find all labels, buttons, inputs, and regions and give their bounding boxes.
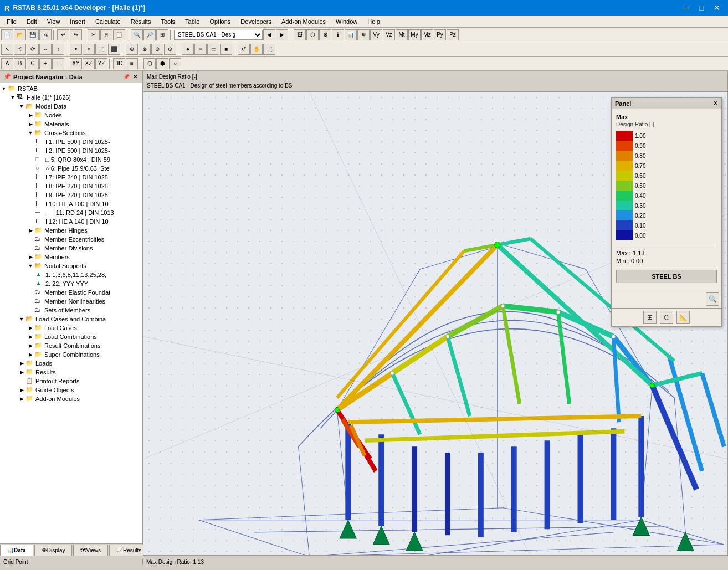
tree-cs2[interactable]: I I 2: IPE 500 | DIN 1025- (0, 146, 142, 155)
menu-options[interactable]: Options (205, 17, 235, 26)
tree-cs9[interactable]: I I 9: IPE 220 | DIN 1025- (0, 191, 142, 199)
tb3-hide[interactable]: ○ (169, 58, 181, 69)
tree-member-nonlinearities[interactable]: 🗂 Member Nonlinearities (0, 297, 142, 306)
tb3-solid-render[interactable]: ⬢ (156, 58, 168, 69)
tree-addon-modules[interactable]: ▶ 📁 Add-on Modules (0, 394, 142, 403)
tree-cs6[interactable]: ○ ○ 6: Pipe 15.9/0.63; Ste (0, 164, 142, 173)
tree-project[interactable]: ▼ 🏗 Halle (1)* [1626] (0, 93, 142, 102)
tb-mz[interactable]: Mz (421, 29, 433, 40)
tb3-3[interactable]: C (27, 58, 39, 69)
tb-my[interactable]: My (408, 29, 421, 40)
tree-materials[interactable]: ▶ 📁 Materials (0, 120, 142, 129)
3d-canvas[interactable]: Panel ✕ Max Design Ratio [-] 1.000.900.8… (143, 92, 727, 556)
tb2-9[interactable]: ⬛ (108, 44, 120, 55)
panel-zoom-icon-button[interactable]: 🔍 (706, 292, 719, 306)
tb-print[interactable]: 🖨 (39, 29, 52, 40)
maximize-button[interactable]: □ (695, 1, 708, 14)
menu-tools[interactable]: Tools (156, 17, 180, 26)
nav-header-right[interactable]: 📌 ✕ (122, 73, 139, 81)
panel-steel-bs-button[interactable]: STEEL BS (616, 270, 717, 283)
panel-close-button[interactable]: ✕ (713, 100, 718, 107)
toggle-icon[interactable]: ▶ (18, 360, 25, 367)
tree-nodal-supports[interactable]: ▼ 📂 Nodal Supports (0, 261, 142, 270)
menu-help[interactable]: Help (363, 17, 384, 26)
tb2-1[interactable]: ↖ (1, 44, 13, 55)
nav-tree[interactable]: ▼ 📁 RSTAB ▼ 🏗 Halle (1)* [1626] ▼ 📂 (0, 83, 142, 543)
tb-redo[interactable]: ↪ (70, 29, 82, 40)
tree-cross-sections[interactable]: ▼ 📂 Cross-Sections (0, 129, 142, 137)
toggle-icon[interactable]: ▶ (27, 342, 34, 350)
tree-results[interactable]: ▶ 📁 Results (0, 368, 142, 377)
menu-insert[interactable]: Insert (65, 17, 90, 26)
tree-cs5[interactable]: □ □ 5: QRO 80x4 | DIN 59 (0, 155, 142, 164)
tb2-5[interactable]: ↕ (52, 44, 64, 55)
tb-undo[interactable]: ↩ (57, 29, 69, 40)
tb3-persp[interactable]: 3D (113, 58, 125, 69)
close-button[interactable]: ✕ (710, 1, 724, 14)
tree-cs7[interactable]: I I 7: IPE 240 | DIN 1025- (0, 173, 142, 182)
panel-angle-icon-button[interactable]: 📐 (676, 311, 690, 324)
tab-views[interactable]: 🗺 Views (73, 545, 108, 556)
tb-zoom-all[interactable]: ⊞ (156, 29, 168, 40)
panel-grid-icon-button[interactable]: ⊞ (643, 311, 657, 324)
toggle-icon[interactable]: ▼ (27, 129, 34, 137)
tree-load-cases[interactable]: ▶ 📁 Load Cases (0, 323, 142, 332)
toggle-icon[interactable]: ▼ (27, 262, 34, 270)
tb-vz[interactable]: Vz (383, 29, 395, 40)
toggle-icon[interactable]: ▼ (9, 94, 17, 101)
menu-edit[interactable]: Edit (22, 17, 42, 26)
tb2-12[interactable]: ⊘ (151, 44, 163, 55)
tree-sets-of-members[interactable]: 🗂 Sets of Members (0, 306, 142, 315)
tb2-3[interactable]: ⟳ (27, 44, 39, 55)
tb-new[interactable]: 📄 (1, 29, 13, 40)
menu-developers[interactable]: Developers (236, 17, 276, 26)
tb-open[interactable]: 📂 (14, 29, 26, 40)
tb2-8[interactable]: ⬚ (95, 44, 107, 55)
tb-settings[interactable]: ⚙ (319, 29, 331, 40)
toggle-icon[interactable]: ▶ (27, 253, 34, 261)
toggle-icon[interactable]: ▶ (18, 386, 25, 394)
tree-cs12[interactable]: I I 12: HE A 140 | DIN 10 (0, 217, 142, 226)
menu-view[interactable]: View (43, 17, 65, 26)
tree-load-combinations[interactable]: ▶ 📁 Load Combinations (0, 332, 142, 341)
toggle-icon[interactable]: ▶ (27, 111, 34, 119)
tb2-11[interactable]: ⊗ (139, 44, 151, 55)
nav-close-button[interactable]: ✕ (131, 73, 139, 81)
tree-cs8[interactable]: I I 8: IPE 270 | DIN 1025- (0, 182, 142, 191)
nav-bottom-tabs[interactable]: 📊 Data 👁 Display 🗺 Views 📈 Results (0, 543, 142, 556)
tb3-wire[interactable]: ⬡ (143, 58, 156, 69)
tree-cs10[interactable]: I I 10: HE A 100 | DIN 10 (0, 199, 142, 208)
tb3-2[interactable]: B (14, 58, 26, 69)
toggle-icon[interactable]: ▶ (27, 351, 34, 358)
toggle-icon[interactable]: ▼ (18, 102, 25, 110)
title-bar-controls[interactable]: ─ □ ✕ (679, 1, 724, 14)
menu-addon[interactable]: Add-on Modules (277, 17, 330, 26)
tb-3d[interactable]: ⬡ (306, 29, 319, 40)
toggle-icon[interactable]: ▶ (27, 227, 34, 234)
tree-printout-reports[interactable]: 📋 Printout Reports (0, 377, 142, 386)
tb-nav-left[interactable]: ◀ (263, 29, 275, 40)
toggle-icon[interactable]: ▶ (18, 395, 25, 403)
tb2-10[interactable]: ⊕ (126, 44, 138, 55)
toggle-icon[interactable]: ▼ (18, 315, 25, 323)
tab-display[interactable]: 👁 Display (34, 545, 73, 556)
tree-member-eccentricities[interactable]: 🗂 Member Eccentricities (0, 235, 142, 244)
tree-member-divisions[interactable]: 🗂 Member Divisions (0, 244, 142, 253)
tb-paste[interactable]: 📋 (113, 29, 125, 40)
tb-pz[interactable]: Pz (447, 29, 459, 40)
tb2-4[interactable]: ↔ (39, 44, 52, 55)
tb-deform[interactable]: ≋ (357, 29, 370, 40)
tb3-view-xy[interactable]: XY (70, 58, 82, 69)
minimize-button[interactable]: ─ (679, 1, 693, 14)
toggle-icon[interactable]: ▶ (27, 333, 34, 341)
tb2-pan[interactable]: ✋ (250, 44, 263, 55)
menu-file[interactable]: File (2, 17, 21, 26)
view-area[interactable]: Max Design Ratio [-] STEEL BS CA1 - Desi… (143, 71, 728, 556)
toggle-icon[interactable]: ▶ (27, 120, 34, 128)
tree-cs11[interactable]: ─ ── 11: RD 24 | DIN 1013 (0, 208, 142, 217)
tb-save[interactable]: 💾 (27, 29, 39, 40)
panel-hex-icon-button[interactable]: ⬡ (660, 311, 673, 324)
tb2-6[interactable]: ✦ (70, 44, 82, 55)
tb2-rotate[interactable]: ↺ (238, 44, 250, 55)
tree-ns2[interactable]: ▲ 2: 22; YYY YYY (0, 279, 142, 288)
